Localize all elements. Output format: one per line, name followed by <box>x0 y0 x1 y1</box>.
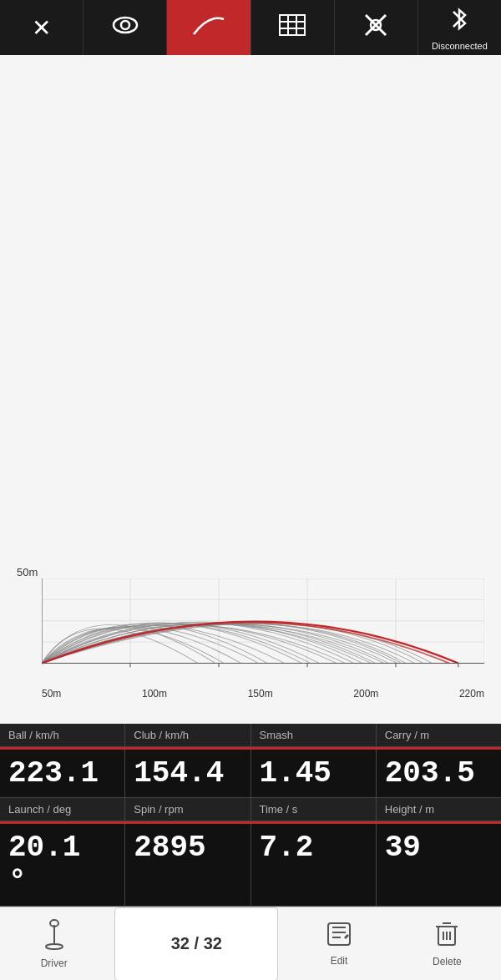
stat-header-time: Time / s <box>251 798 377 821</box>
trajectory-icon <box>192 13 225 43</box>
stat-value-carry: 203.5 <box>377 750 501 797</box>
x-label-50: 50m <box>42 688 61 700</box>
stat-header-smash: Smash <box>251 724 377 746</box>
stat-header-launch: Launch / deg <box>0 798 125 821</box>
nav-table[interactable] <box>251 0 335 55</box>
stats-table: Ball / km/h Club / km/h Smash Carry / m … <box>0 724 501 907</box>
shot-counter[interactable]: 32 / 32 <box>114 907 278 981</box>
stats-row1-headers: Ball / km/h Club / km/h Smash Carry / m <box>0 724 501 747</box>
stat-value-ball-speed: 223.1 <box>0 750 125 797</box>
table-icon <box>278 13 306 43</box>
top-navigation: ✕ <box>0 0 501 55</box>
stats-row1-values: 223.1 154.4 1.45 203.5 <box>0 750 501 798</box>
nav-tools[interactable] <box>335 0 418 55</box>
close-icon: ✕ <box>32 14 51 42</box>
x-label-200: 200m <box>353 688 378 700</box>
stat-value-time: 7.2 <box>251 824 377 906</box>
eye-icon <box>110 13 140 43</box>
svg-rect-2 <box>280 15 305 35</box>
club-selector[interactable]: Driver <box>0 907 108 981</box>
svg-point-28 <box>46 944 63 949</box>
stat-header-spin: Spin / rpm <box>125 798 250 821</box>
delete-label: Delete <box>433 956 462 967</box>
svg-rect-31 <box>328 923 350 945</box>
main-content: 50m <box>0 55 501 750</box>
nav-bluetooth[interactable]: Disconnected <box>418 0 501 55</box>
nav-trajectory[interactable] <box>167 0 250 55</box>
edit-button[interactable]: Edit <box>285 907 392 981</box>
x-label-150: 150m <box>248 688 273 700</box>
trajectory-chart: 50m <box>17 566 484 700</box>
stat-value-launch: 20.1 ° <box>0 824 125 906</box>
stat-header-carry: Carry / m <box>377 724 501 746</box>
nav-close[interactable]: ✕ <box>0 0 84 55</box>
x-label-100: 100m <box>142 688 167 700</box>
stats-row2-headers: Launch / deg Spin / rpm Time / s Height … <box>0 798 501 821</box>
stat-value-spin: 2895 <box>125 824 250 906</box>
counter-text: 32 / 32 <box>171 934 222 953</box>
stat-header-club-speed: Club / km/h <box>125 724 250 746</box>
bluetooth-icon <box>449 5 469 39</box>
delete-button[interactable]: Delete <box>393 907 501 981</box>
stat-value-height: 39 <box>377 824 501 906</box>
club-label: Driver <box>41 957 68 969</box>
stat-header-height: Height / m <box>377 798 501 821</box>
chart-x-labels: 50m 100m 150m 200m 220m <box>42 688 484 700</box>
chart-y-label: 50m <box>17 566 38 578</box>
bottom-bar: Driver 32 / 32 Edit <box>0 907 501 980</box>
svg-point-1 <box>121 21 129 29</box>
club-icon <box>43 918 66 956</box>
delete-icon <box>434 920 459 954</box>
stats-row2-values: 20.1 ° 2895 7.2 39 <box>0 824 501 907</box>
tools-icon <box>362 11 390 45</box>
bluetooth-status-label: Disconnected <box>432 41 488 51</box>
chart-svg <box>42 578 484 679</box>
svg-point-0 <box>114 18 137 33</box>
nav-eye[interactable] <box>84 0 167 55</box>
edit-icon <box>326 921 352 953</box>
stat-value-smash: 1.45 <box>251 750 377 797</box>
stat-header-ball-speed: Ball / km/h <box>0 724 125 746</box>
stat-value-club-speed: 154.4 <box>125 750 250 797</box>
edit-label: Edit <box>331 955 348 967</box>
x-label-220: 220m <box>459 688 484 700</box>
